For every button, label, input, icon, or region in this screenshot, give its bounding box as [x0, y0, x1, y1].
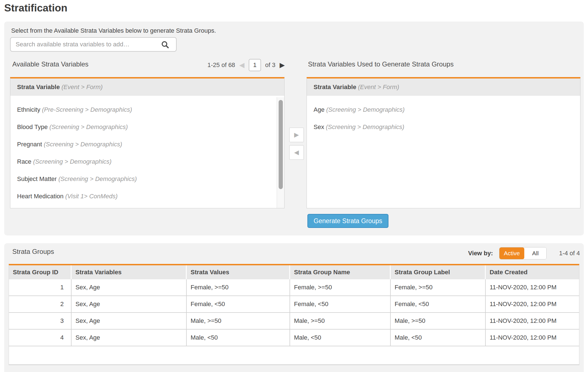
list-item[interactable]: Sex (Screening > Demographics) — [307, 118, 580, 136]
search-icon[interactable] — [161, 40, 169, 49]
table-row[interactable]: 1Sex, AgeFemale, >=50Female, >=50Female,… — [9, 279, 579, 296]
table-cell: 3 — [9, 313, 72, 330]
variable-context: (Screening > Demographics) — [31, 158, 112, 165]
scrollbar-thumb[interactable] — [279, 100, 283, 189]
view-by-controls: View by: Active All 1-4 of 4 — [468, 247, 580, 259]
table-cell: 1 — [9, 279, 72, 296]
move-left-button[interactable]: ◀ — [289, 145, 304, 160]
list-header-label: Strata Variable — [314, 84, 356, 90]
scrollbar-track[interactable] — [277, 97, 284, 208]
stratification-page: Stratification Select from the Available… — [0, 0, 588, 372]
variable-context: (Screening > Demographics) — [42, 141, 122, 148]
available-variables-list: Strata Variable (Event > Form) Ethnicity… — [10, 77, 284, 208]
column-header: Strata Variables — [72, 265, 187, 279]
variable-context: (Screening > Demographics) — [57, 175, 137, 182]
selected-variables-heading: Strata Variables Used to Generate Strata… — [308, 60, 454, 68]
variable-name: Race — [17, 158, 31, 165]
strata-groups-table: Strata Group IDStrata VariablesStrata Va… — [9, 264, 579, 365]
table-cell: Male, >=50 — [391, 313, 486, 330]
list-header-context: (Event > Form) — [61, 84, 103, 90]
result-count-label: 1-4 of 4 — [559, 250, 580, 257]
list-header: Strata Variable (Event > Form) — [307, 78, 580, 96]
table-cell: Female, <50 — [187, 296, 290, 313]
available-list-items: Ethnicity (Pre-Screening > Demographics)… — [10, 97, 277, 208]
column-header: Strata Group ID — [9, 265, 72, 279]
list-item[interactable]: Race (Screening > Demographics) — [10, 153, 277, 170]
search-box — [10, 37, 177, 52]
variable-context: (Pre-Screening > Demographics) — [40, 106, 132, 113]
list-item[interactable]: Age (Screening > Demographics) — [307, 101, 580, 118]
search-input[interactable] — [11, 38, 176, 51]
table-cell: Sex, Age — [72, 296, 187, 313]
table-row[interactable]: 2Sex, AgeFemale, <50Female, <50Female, <… — [9, 296, 579, 313]
table-cell: Sex, Age — [72, 313, 187, 330]
view-by-label: View by: — [468, 250, 493, 257]
variable-context: (Screening > Demographics) — [48, 123, 128, 130]
page-number-input[interactable] — [249, 59, 261, 71]
arrow-left-icon: ◀ — [294, 149, 299, 156]
column-header: Strata Group Label — [391, 265, 486, 279]
list-item[interactable]: Subject Matter (Screening > Demographics… — [10, 170, 277, 188]
page-title: Stratification — [4, 2, 67, 14]
table-cell: Female, >=50 — [391, 279, 486, 296]
selected-list-items: Age (Screening > Demographics)Sex (Scree… — [307, 97, 580, 208]
variable-name: Heart Medication — [17, 193, 63, 200]
table-cell: Female, <50 — [290, 296, 391, 313]
variable-name: Pregnant — [17, 141, 42, 148]
table-cell: Male, <50 — [391, 330, 486, 346]
table-row[interactable]: 3Sex, AgeMale, >=50Male, >=50Male, >=501… — [9, 313, 579, 330]
list-item[interactable]: Ethnicity (Pre-Screening > Demographics) — [10, 101, 277, 118]
page-count-label: of 3 — [265, 61, 276, 69]
pagination: 1-25 of 68 ◀ of 3 ▶ — [207, 59, 285, 71]
move-right-button[interactable]: ▶ — [289, 128, 304, 142]
variable-name: Subject Matter — [17, 175, 57, 182]
table-cell: Female, <50 — [391, 296, 486, 313]
table-cell: Female, >=50 — [187, 279, 290, 296]
arrow-right-icon: ▶ — [294, 131, 299, 139]
view-by-active-button[interactable]: Active — [499, 247, 524, 259]
variable-name: Age — [314, 106, 324, 113]
view-by-toggle: Active All — [499, 247, 547, 259]
variable-context: (Visit 1> ConMeds) — [63, 193, 117, 200]
table-cell: Male, >=50 — [187, 313, 290, 330]
variable-name: Ethnicity — [17, 106, 40, 113]
prev-page-icon[interactable]: ◀ — [239, 62, 244, 68]
table-cell: Male, >=50 — [290, 313, 391, 330]
table-header-row: Strata Group IDStrata VariablesStrata Va… — [9, 265, 579, 279]
selected-variables-list: Strata Variable (Event > Form) Age (Scre… — [307, 77, 580, 208]
next-page-icon[interactable]: ▶ — [280, 62, 285, 68]
table-cell: Sex, Age — [72, 279, 187, 296]
variable-selection-panel: Select from the Available Strata Variabl… — [4, 22, 584, 235]
table-cell: 11-NOV-2020, 12:00 PM — [486, 279, 579, 296]
table-cell: 11-NOV-2020, 12:00 PM — [486, 330, 579, 346]
variable-context: (Screening > Demographics) — [324, 123, 404, 130]
instruction-text: Select from the Available Strata Variabl… — [11, 27, 216, 34]
variable-name: Sex — [314, 123, 324, 130]
variable-context: (Screening > Demographics) — [324, 106, 405, 113]
available-variables-heading: Available Strata Variables — [12, 60, 89, 68]
table-row[interactable]: 4Sex, AgeMale, <50Male, <50Male, <5011-N… — [9, 330, 579, 346]
column-header: Strata Group Name — [290, 265, 391, 279]
list-header: Strata Variable (Event > Form) — [10, 78, 284, 96]
variable-name: Blood Type — [17, 123, 48, 130]
table-cell: 11-NOV-2020, 12:00 PM — [486, 313, 579, 330]
list-item[interactable]: Pregnant (Screening > Demographics) — [10, 136, 277, 153]
table-cell: 11-NOV-2020, 12:00 PM — [486, 296, 579, 313]
column-header: Date Created — [486, 265, 579, 279]
view-by-all-button[interactable]: All — [524, 247, 546, 259]
table-cell: Male, <50 — [290, 330, 391, 346]
table-cell: Female, >=50 — [290, 279, 391, 296]
strata-groups-panel: Strata Groups View by: Active All 1-4 of… — [4, 243, 584, 372]
table-cell: Sex, Age — [72, 330, 187, 346]
generate-strata-groups-button[interactable]: Generate Strata Groups — [307, 214, 388, 228]
list-item[interactable]: Heart Medication (Visit 1> ConMeds) — [10, 188, 277, 205]
table-cell: Male, <50 — [187, 330, 290, 346]
page-range-label: 1-25 of 68 — [207, 61, 235, 69]
strata-groups-heading: Strata Groups — [12, 247, 54, 256]
table-cell: 4 — [9, 330, 72, 346]
list-header-context: (Event > Form) — [358, 84, 399, 90]
list-item[interactable]: Blood Type (Screening > Demographics) — [10, 118, 277, 136]
column-header: Strata Values — [187, 265, 290, 279]
list-header-label: Strata Variable — [17, 84, 60, 90]
table-cell: 2 — [9, 296, 72, 313]
